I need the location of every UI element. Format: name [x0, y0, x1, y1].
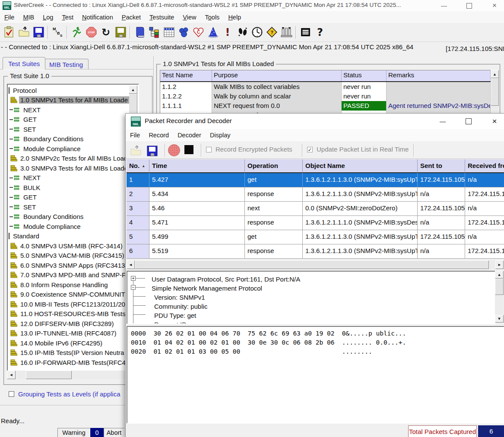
packet-minimize-button[interactable]: — [433, 114, 452, 129]
tree-item-6-0-snmpv3-snmp-apps-rfc3413[interactable]: 6.0 SNMPv3 SNMP Apps (RFC3413) [9, 260, 130, 270]
results-header-test-name[interactable]: Test Name [160, 70, 212, 81]
open-folder-icon[interactable] [16, 25, 31, 40]
packet-hscrollbar[interactable]: ◄ ► [127, 260, 504, 269]
tree-item-protocol[interactable]: Protocol [9, 86, 129, 95]
table-row-test-1-1-1-1[interactable]: 1.1.1.1NEXT request from 0.0PASSEDAgent … [160, 101, 491, 111]
menu-packet[interactable]: Packet [117, 14, 145, 21]
packet-menu-record[interactable]: Record [144, 132, 173, 139]
tree-item-9-0-coexistence-snmp-community[interactable]: 9.0 Coexistence SNMP-COMMUNITY [9, 290, 130, 300]
packet-hscroll-thumb[interactable] [135, 260, 489, 269]
decode-vscroll-down[interactable]: ▼ [495, 315, 504, 323]
checklist-icon[interactable] [2, 25, 16, 40]
close-button[interactable]: × [485, 0, 504, 11]
decode-vscroll-up[interactable]: ▲ [495, 271, 504, 279]
menu-log[interactable]: Log [38, 14, 57, 21]
results-header-purpose[interactable]: Purpose [212, 70, 342, 81]
update-realtime-checkbox[interactable]: ✓ [307, 147, 313, 152]
report-list-icon[interactable] [298, 25, 313, 40]
menu-notification[interactable]: Notification [78, 14, 117, 21]
tree-item-3-0-snmpv3-tests-for-all-mibs-lo[interactable]: 3.0 SNMPv3 Tests for All MIBs Loade [9, 163, 130, 173]
tree-item-11-0-host-resources-mib-tests[interactable]: 11.0 HOST-RESOURCES-MIB Tests [9, 309, 130, 319]
tree-item-boundary-conditions[interactable]: Boundary Conditions [9, 134, 130, 144]
tree-item-10-0-mib-ii-tests-rfc1213-2011-2[interactable]: 10.0 MIB-II Tests (RFC1213/2011/20 [9, 299, 130, 309]
packet-header-no[interactable]: No.▲ [127, 159, 149, 173]
tree-item-standard[interactable]: Standard [9, 231, 129, 241]
tree-item-1-0-snmpv1-tests-for-all-mibs-lo[interactable]: 1.0 SNMPv1 Tests for All MIBs Loade [9, 95, 130, 105]
packet-header-received-fro[interactable]: Received fro [465, 159, 504, 173]
tree-item-get[interactable]: GET [9, 193, 130, 203]
multiplexer-icon[interactable] [279, 25, 294, 40]
menu-tools[interactable]: Tools [201, 14, 224, 21]
mib-tree-icon[interactable] [147, 25, 162, 40]
wizard-hat-icon[interactable] [206, 25, 220, 40]
tree-hscroll-thumb[interactable] [26, 370, 72, 379]
tree-hscrollbar[interactable]: ◄ ► [7, 370, 137, 379]
mib-table-icon[interactable] [162, 25, 176, 40]
footprints-icon[interactable] [235, 25, 250, 40]
save-capture-icon[interactable] [145, 143, 159, 158]
menu-test[interactable]: Test [57, 14, 78, 21]
minimize-button[interactable]: — [434, 0, 453, 11]
packet-menu-file[interactable]: File [126, 132, 144, 139]
tree-item-module-compliance[interactable]: Module Compliance [9, 144, 130, 154]
tree-item-14-0-mobile-ipv6-rfc4295[interactable]: 14.0 Mobile IPv6 (RFC4295) [9, 338, 130, 348]
table-row-test-1-1-2[interactable]: 1.1.2Walk MIBs to collect variablesnever… [160, 82, 491, 92]
open-capture-icon[interactable] [128, 143, 143, 158]
tree-item-get[interactable]: GET [9, 115, 130, 125]
stop-button-icon[interactable] [184, 145, 193, 154]
packet-hscroll-right[interactable]: ► [495, 260, 504, 269]
results-vscroll-up[interactable]: ▲ [491, 70, 499, 78]
menu-mib[interactable]: MIB [19, 14, 38, 21]
compliance-heart-icon[interactable]: C [191, 25, 206, 40]
tree-item-module-compliance[interactable]: Module Compliance [9, 222, 130, 231]
tree-item-set[interactable]: SET [9, 124, 130, 134]
packet-close-button[interactable]: × [485, 114, 504, 129]
grouping-checkbox-row[interactable]: Grouping Tests as Levels (if applica [9, 390, 124, 398]
menu-testsuite[interactable]: Testsuite [145, 14, 178, 21]
tree-item-12-0-diffserv-mib-rfc3289[interactable]: 12.0 DIFFSERV-MIB (RFC3289) [9, 319, 130, 329]
packet-header-operation[interactable]: Operation [245, 159, 303, 173]
reload-icon[interactable]: ↻ [98, 25, 113, 40]
menu-help[interactable]: Help [224, 14, 245, 21]
menu-file[interactable]: File [0, 14, 19, 21]
packet-header-object-name[interactable]: Object Name [303, 159, 418, 173]
expand-plus-icon[interactable]: + [131, 276, 136, 281]
packet-menu-decoder[interactable]: Decoder [173, 132, 206, 139]
alert-exclaim-icon[interactable]: ! [220, 25, 235, 40]
tree-item-8-0-inform-response-handling[interactable]: 8.0 Inform Response Handling [9, 280, 130, 290]
decode-vscrollbar[interactable]: ▲ ▼ [495, 271, 504, 323]
mib-book-icon[interactable] [132, 25, 147, 40]
save-olive-icon[interactable] [113, 25, 128, 40]
tree-vscroll-up[interactable]: ▲ [129, 86, 137, 94]
tree-item-next[interactable]: NEXT [9, 173, 130, 183]
tree-item-boundary-conditions[interactable]: Boundary Conditions [9, 212, 130, 222]
tree-item-15-0-ip-mib-tests-ip-version-neu[interactable]: 15.0 IP-MIB Tests(IP Version Neutra [9, 348, 130, 358]
packet-hscroll-left[interactable]: ◄ [127, 260, 135, 269]
menu-view[interactable]: View [178, 14, 200, 21]
agents-icon[interactable] [176, 25, 191, 40]
collapse-minus-icon[interactable]: − [131, 285, 136, 290]
tree-item-set[interactable]: SET [9, 202, 130, 212]
table-row-test-1-1-2-2[interactable]: 1.1.2.2Walk by column and scalarnever ru… [160, 92, 491, 101]
tree-item-7-0-snmpv3-mpd-mib-and-snmp-fr[interactable]: 7.0 SNMPv3 MPD-MIB and SNMP-FR [9, 270, 130, 280]
tree-item-2-0-snmpv2c-tests-for-all-mibs-l[interactable]: 2.0 SNMPv2c Tests for All MIBs Load [9, 154, 130, 164]
tree-item-4-0-snmpv3-usm-mib-rfc-3414[interactable]: 4.0 SNMPv3 USM-MIB (RFC-3414) [9, 241, 130, 251]
grouping-checkbox[interactable] [9, 391, 14, 397]
help-question-icon[interactable]: ? [313, 25, 327, 40]
stop-sign-icon[interactable]: STOP [84, 25, 98, 40]
tab-test-suites[interactable]: Test Suites [3, 57, 45, 70]
mibs-icon[interactable]: MIBS [50, 25, 65, 40]
results-vscroll-thumb[interactable] [491, 78, 499, 106]
packet-menu-display[interactable]: Display [206, 132, 235, 139]
tree-item-13-0-ip-tunnel-mib-rfc4087[interactable]: 13.0 IP-TUNNEL-MIB (RFC4087) [9, 329, 130, 339]
packet-header-sent-to[interactable]: Sent to [418, 159, 465, 173]
tree-hscroll-left[interactable]: ◄ [7, 370, 16, 379]
question-sign-icon[interactable]: ? [264, 25, 279, 40]
tree-item-next[interactable]: NEXT [9, 105, 130, 115]
clock-icon[interactable] [250, 25, 264, 40]
record-encrypted-checkbox[interactable] [206, 147, 212, 152]
maximize-button[interactable] [460, 0, 479, 11]
decode-vscroll-thumb[interactable] [495, 279, 504, 295]
save-blue-icon[interactable] [31, 25, 46, 40]
tree-item-bulk[interactable]: BULK [9, 183, 130, 193]
